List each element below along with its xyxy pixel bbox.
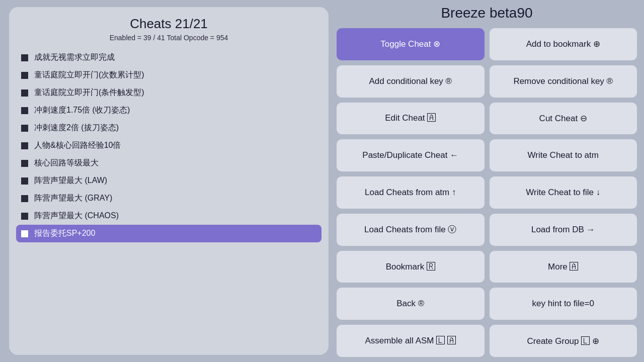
action-button[interactable]: Bookmark 🅁 (337, 251, 485, 283)
action-button[interactable]: Write Cheat to file ↓ (490, 176, 637, 209)
cheat-item-label: 阵营声望最大 (GRAY) (34, 193, 112, 204)
action-button[interactable]: Back ® (337, 288, 485, 320)
action-button[interactable]: Load Cheats from file ⓥ (337, 214, 485, 246)
action-button[interactable]: Toggle Cheat ⊗ (337, 28, 485, 60)
cheat-list-item[interactable]: 报告委托SP+200 (16, 225, 321, 242)
cheat-list-item[interactable]: 阵营声望最大 (LAW) (16, 172, 321, 190)
cheat-count-title: Cheats 21/21 (16, 16, 321, 32)
action-button[interactable]: key hint to file=0 (490, 288, 637, 320)
right-panel: Breeze beta90 Toggle Cheat ⊗Add to bookm… (334, 0, 644, 362)
app-title: Breeze beta90 (337, 5, 637, 21)
cheat-list-item[interactable]: 人物&核心回路经验10倍 (16, 137, 321, 154)
cheat-item-label: 童话庭院立即开门(次数累计型) (34, 70, 144, 80)
cheat-item-label: 阵营声望最大 (LAW) (34, 175, 107, 186)
cheat-item-label: 人物&核心回路经验10倍 (34, 140, 121, 151)
cheat-bullet-icon (21, 195, 28, 202)
action-button[interactable]: Load Cheats from atm ↑ (337, 176, 485, 209)
cheat-list-item[interactable]: 成就无视需求立即完成 (16, 49, 321, 66)
cheat-item-label: 成就无视需求立即完成 (34, 52, 115, 63)
cheat-list-item[interactable]: 童话庭院立即开门(次数累计型) (16, 66, 321, 84)
cheat-bullet-icon (21, 160, 28, 167)
action-button[interactable]: Assemble all ASM 🄻 🄰 (337, 325, 485, 357)
action-button[interactable]: Create Group 🄻 ⊕ (490, 325, 637, 357)
action-button-grid: Toggle Cheat ⊗Add to bookmark ⊕Add condi… (337, 28, 637, 357)
action-button[interactable]: Load from DB → (490, 214, 637, 246)
cheat-list-item[interactable]: 冲刺速度1.75倍 (收刀姿态) (16, 102, 321, 119)
cheat-bullet-icon (21, 107, 28, 114)
cheat-bullet-icon (21, 54, 28, 61)
cheat-item-label: 冲刺速度2倍 (拔刀姿态) (34, 123, 119, 133)
cheat-stats: Enabled = 39 / 41 Total Opcode = 954 (16, 34, 321, 42)
cheat-item-label: 冲刺速度1.75倍 (收刀姿态) (34, 105, 130, 116)
cheat-list-item[interactable]: 核心回路等级最大 (16, 154, 321, 172)
action-button[interactable]: Edit Cheat 🄰 (337, 103, 485, 135)
action-button[interactable]: Add conditional key ® (337, 65, 485, 98)
cheat-bullet-icon (21, 72, 28, 79)
cheat-item-label: 童话庭院立即开门(条件触发型) (34, 87, 144, 98)
cheat-item-label: 核心回路等级最大 (34, 158, 99, 168)
cheat-list-item[interactable]: 童话庭院立即开门(条件触发型) (16, 84, 321, 102)
cheat-list-item[interactable]: 阵营声望最大 (GRAY) (16, 190, 321, 207)
cheat-bullet-icon (21, 89, 28, 97)
action-button[interactable]: Write Cheat to atm (490, 139, 637, 171)
cheat-bullet-icon (21, 213, 28, 220)
cheat-list-item[interactable]: 阵营声望最大 (CHAOS) (16, 207, 321, 225)
cheat-bullet-icon (21, 230, 28, 237)
cheat-bullet-icon (21, 142, 28, 149)
action-button[interactable]: Paste/Duplicate Cheat ← (337, 139, 485, 171)
cheat-list: 成就无视需求立即完成童话庭院立即开门(次数累计型)童话庭院立即开门(条件触发型)… (16, 49, 321, 346)
action-button[interactable]: More 🄰 (490, 251, 637, 283)
action-button[interactable]: Add to bookmark ⊕ (490, 28, 637, 60)
cheat-item-label: 阵营声望最大 (CHAOS) (34, 211, 119, 221)
cheat-item-label: 报告委托SP+200 (34, 228, 95, 239)
action-button[interactable]: Remove conditional key ® (490, 65, 637, 98)
left-panel: Cheats 21/21 Enabled = 39 / 41 Total Opc… (9, 7, 329, 355)
action-button[interactable]: Cut Cheat ⊖ (490, 103, 637, 135)
cheat-bullet-icon (21, 177, 28, 185)
cheat-list-item[interactable]: 冲刺速度2倍 (拔刀姿态) (16, 119, 321, 137)
cheat-bullet-icon (21, 125, 28, 132)
